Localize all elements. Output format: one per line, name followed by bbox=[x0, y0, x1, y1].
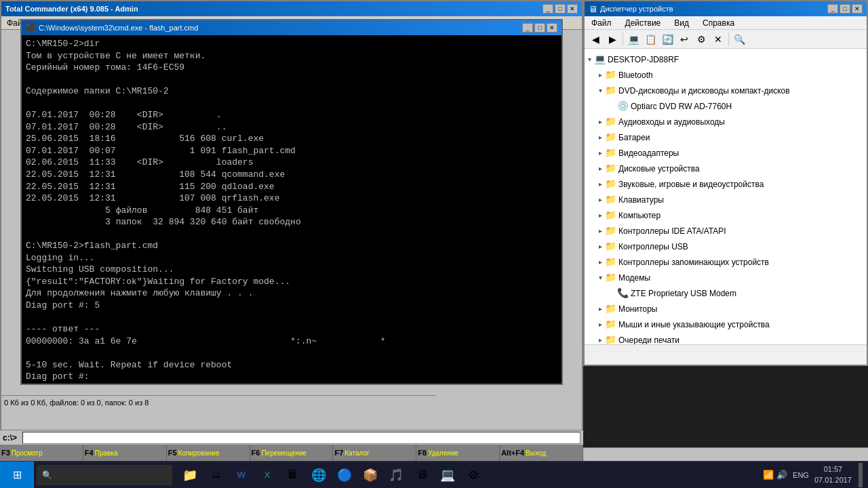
devman-uninstall-btn[interactable]: ✕ bbox=[710, 32, 726, 47]
tree-item-13[interactable]: ▸📁Контроллеры запоминающих устройств bbox=[585, 254, 867, 270]
taskbar-total-commander-icon[interactable]: 🗂 bbox=[203, 463, 228, 487]
tree-item-6[interactable]: ▸📁Видеоадаптеры bbox=[585, 145, 867, 161]
fkey-f6[interactable]: F6 Перемещение bbox=[250, 445, 334, 461]
tree-item-7[interactable]: ▸📁Дисковые устройства bbox=[585, 161, 867, 176]
taskbar-browser2-icon[interactable]: 🔵 bbox=[332, 463, 357, 487]
show-desktop-btn[interactable] bbox=[859, 463, 863, 487]
start-button[interactable]: ⊞ bbox=[0, 462, 34, 489]
tree-device-icon: 📁 bbox=[605, 255, 616, 269]
fkey-f5[interactable]: F5 Копирование bbox=[167, 445, 250, 461]
tc-minimize-btn[interactable]: _ bbox=[542, 4, 553, 14]
taskbar-terminal-icon[interactable]: 💻 bbox=[435, 463, 460, 487]
taskbar-excel-icon[interactable]: X bbox=[255, 463, 279, 487]
tree-device-icon: 📁 bbox=[605, 302, 616, 316]
tc-cmd-row: c:\> bbox=[0, 430, 583, 445]
search-bar[interactable]: 🔍 bbox=[37, 465, 172, 485]
tree-device-icon: 📁 bbox=[605, 192, 616, 207]
tree-arrow: ▸ bbox=[595, 319, 605, 329]
devman-disable-btn[interactable]: ⚙ bbox=[693, 32, 709, 47]
clock-time: 01:57 bbox=[814, 464, 852, 474]
tc-cmd-input[interactable] bbox=[22, 432, 580, 444]
tree-item-9[interactable]: ▸📁Клавиатуры bbox=[585, 192, 867, 207]
devman-scan-btn[interactable]: 🔍 bbox=[731, 32, 747, 47]
devman-update-btn[interactable]: 🔄 bbox=[659, 32, 675, 47]
cmd-maximize-btn[interactable]: □ bbox=[534, 23, 545, 33]
tc-cmdbar-area bbox=[583, 447, 868, 461]
tree-device-icon: 📁 bbox=[605, 115, 616, 129]
cmd-close-btn[interactable]: ✕ bbox=[547, 23, 557, 33]
tree-item-12[interactable]: ▸📁Контроллеры USB bbox=[585, 239, 867, 254]
tree-item-16[interactable]: ▸📁Мониторы bbox=[585, 301, 867, 317]
devman-forward-btn[interactable]: ▶ bbox=[604, 32, 620, 47]
devman-maximize-btn[interactable]: □ bbox=[840, 4, 850, 14]
fkey-altf4[interactable]: Alt+F4 Выход bbox=[500, 445, 583, 461]
network-icon: 📶 bbox=[763, 470, 774, 480]
tree-item-label: ZTE Proprietary USB Modem bbox=[631, 287, 736, 300]
tree-item-8[interactable]: ▸📁Звуковые, игровые и видеоустройства bbox=[585, 176, 867, 192]
cmd-minimize-btn[interactable]: _ bbox=[522, 23, 533, 33]
devman-menu-action[interactable]: Действие bbox=[621, 17, 665, 29]
taskbar-app1-icon[interactable]: 📦 bbox=[358, 463, 382, 487]
tree-device-icon: 📁 bbox=[605, 270, 616, 285]
taskbar-clock[interactable]: 01:57 07.01.2017 bbox=[814, 464, 852, 485]
fkey-f3[interactable]: F3 Просмотр bbox=[0, 445, 83, 461]
tree-arrow: ▸ bbox=[595, 179, 605, 189]
tree-item-label: Видеоадаптеры bbox=[618, 147, 679, 159]
tc-maximize-btn[interactable]: □ bbox=[555, 4, 566, 14]
taskbar-media-icon[interactable]: 🎵 bbox=[384, 463, 408, 487]
devman-toolbar: ◀ ▶ 💻 📋 🔄 ↩ ⚙ ✕ 🔍 bbox=[585, 30, 867, 49]
tree-item-2[interactable]: ▾📁DVD-дисководы и дисководы компакт-диск… bbox=[585, 83, 867, 98]
tree-item-4[interactable]: ▸📁Аудиовходы и аудиовыходы bbox=[585, 114, 867, 129]
tree-item-17[interactable]: ▸📁Мыши и иные указывающие устройства bbox=[585, 317, 867, 332]
tree-item-0[interactable]: ▾💻DESKTOP-JD88RF bbox=[585, 52, 867, 67]
devman-close-btn[interactable]: ✕ bbox=[852, 4, 863, 14]
devman-menubar: Файл Действие Вид Справка bbox=[585, 16, 867, 30]
tree-arrow: ▸ bbox=[595, 335, 605, 344]
devman-tree: ▾💻DESKTOP-JD88RF▸📁Bluetooth▾📁DVD-дисково… bbox=[585, 49, 867, 344]
tree-item-label: Клавиатуры bbox=[618, 194, 664, 206]
devman-props-btn[interactable]: 📋 bbox=[642, 32, 658, 47]
taskbar-calc-icon[interactable]: 🖩 bbox=[281, 463, 305, 487]
taskbar-browser1-icon[interactable]: 🌐 bbox=[307, 463, 331, 487]
tc-titlebar: Total Commander (x64) 9.085 - Admin _ □ … bbox=[1, 1, 582, 16]
fkey-f4[interactable]: F4 Правка bbox=[83, 445, 167, 461]
tree-item-label: Очереди печати bbox=[618, 334, 679, 345]
fkey-f7[interactable]: F7 Каталог bbox=[333, 445, 416, 461]
tree-item-14[interactable]: ▾📁Модемы bbox=[585, 270, 867, 285]
tree-item-1[interactable]: ▸📁Bluetooth bbox=[585, 67, 867, 83]
devman-statusbar bbox=[585, 344, 867, 358]
tree-item-10[interactable]: ▸📁Компьютер bbox=[585, 207, 867, 223]
tree-arrow: ▸ bbox=[595, 70, 605, 80]
devman-minimize-btn[interactable]: _ bbox=[827, 4, 838, 14]
devman-menu-file[interactable]: Файл bbox=[587, 17, 616, 29]
tree-item-label: Optiarc DVD RW AD-7760H bbox=[631, 100, 732, 113]
devman-back-btn[interactable]: ◀ bbox=[587, 32, 604, 47]
tree-arrow: ▸ bbox=[595, 241, 605, 251]
taskbar-sys-icons: 📶 🔊 bbox=[763, 470, 787, 480]
devman-rollback-btn[interactable]: ↩ bbox=[676, 32, 692, 47]
tree-item-label: Дисковые устройства bbox=[618, 163, 700, 175]
tree-item-5[interactable]: ▸📁Батареи bbox=[585, 129, 867, 145]
tree-item-11[interactable]: ▸📁Контроллеры IDE ATA/ATAPI bbox=[585, 223, 867, 239]
fkey-f8[interactable]: F8 Удаление bbox=[416, 445, 500, 461]
devman-menu-help[interactable]: Справка bbox=[698, 17, 738, 29]
taskbar-word-icon[interactable]: W bbox=[229, 463, 254, 487]
taskbar: ⊞ 🔍 📁 🗂 W X 🖩 🌐 🔵 📦 🎵 🖥 💻 ⚙ 📶 🔊 ENG 01:5… bbox=[0, 461, 868, 488]
devman-title: Диспетчер устройств bbox=[600, 5, 673, 13]
tree-item-label: Контроллеры запоминающих устройств bbox=[618, 256, 769, 268]
tree-item-15[interactable]: 📞ZTE Proprietary USB Modem bbox=[585, 285, 867, 301]
tree-item-18[interactable]: ▸📁Очереди печати bbox=[585, 332, 867, 344]
taskbar-monitor-icon[interactable]: 🖥 bbox=[410, 463, 434, 487]
taskbar-devman-taskbar-icon[interactable]: ⚙ bbox=[461, 463, 486, 487]
tree-item-3[interactable]: 💿Optiarc DVD RW AD-7760H bbox=[585, 98, 867, 114]
taskbar-explorer-icon[interactable]: 📁 bbox=[178, 463, 202, 487]
devman-menu-view[interactable]: Вид bbox=[670, 17, 693, 29]
tree-device-icon: 📁 bbox=[605, 68, 616, 82]
devman-computer-btn[interactable]: 💻 bbox=[625, 32, 642, 47]
tc-close-btn[interactable]: ✕ bbox=[567, 4, 578, 14]
tree-arrow: ▸ bbox=[595, 163, 605, 174]
lang-indicator[interactable]: ENG bbox=[793, 471, 809, 479]
tree-arrow: ▸ bbox=[595, 117, 605, 127]
devman-icon: 🖥 bbox=[589, 4, 597, 14]
tree-arrow: ▾ bbox=[595, 272, 605, 283]
